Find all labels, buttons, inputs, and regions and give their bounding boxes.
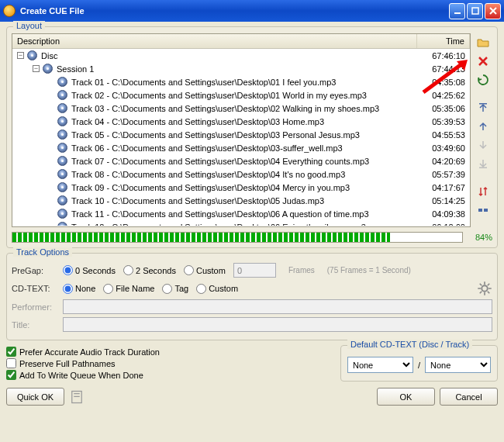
row-label: Track 07 - C:\Documents and Settings\use… xyxy=(71,157,422,166)
collapse-icon[interactable]: − xyxy=(33,65,40,72)
refresh-icon[interactable] xyxy=(475,72,491,88)
title-label: Title: xyxy=(12,320,58,330)
maximize-button[interactable] xyxy=(467,3,483,19)
tree-row[interactable]: Track 04 - C:\Documents and Settings\use… xyxy=(12,115,470,128)
split-icon[interactable] xyxy=(475,202,491,218)
default-disc-select[interactable]: None xyxy=(347,357,413,373)
svg-rect-9 xyxy=(74,395,80,396)
pregap-2[interactable]: 2 Seconds xyxy=(123,265,176,275)
pregap-0[interactable]: 0 Seconds xyxy=(63,265,116,275)
delete-icon[interactable] xyxy=(475,54,491,69)
svg-rect-5 xyxy=(484,209,488,212)
row-label: Track 06 - C:\Documents and Settings\use… xyxy=(71,143,422,153)
tree-row[interactable]: Track 05 - C:\Documents and Settings\use… xyxy=(12,128,470,141)
tree-row[interactable]: −Session 167:44:13 xyxy=(12,62,470,75)
opt-add-queue[interactable]: Add To Write Queue When Done xyxy=(6,370,333,380)
row-time: 03:49:60 xyxy=(422,143,470,153)
sort-icon[interactable] xyxy=(475,184,491,199)
close-button[interactable] xyxy=(485,3,501,19)
default-cdtext-group: Default CD-TEXT (Disc / Track) None / No… xyxy=(340,345,498,382)
row-time: 04:35:08 xyxy=(422,78,470,87)
tree-row[interactable]: Track 11 - C:\Documents and Settings\use… xyxy=(12,207,470,220)
row-label: Track 11 - C:\Documents and Settings\use… xyxy=(71,209,422,219)
row-time: 04:25:62 xyxy=(422,91,470,100)
tree-row[interactable]: Track 03 - C:\Documents and Settings\use… xyxy=(12,102,470,115)
row-time: 04:55:53 xyxy=(422,130,470,140)
tree-row[interactable]: −Disc67:46:10 xyxy=(12,49,470,62)
track-icon xyxy=(57,222,67,226)
row-label: Track 09 - C:\Documents and Settings\use… xyxy=(71,183,422,192)
performer-field[interactable] xyxy=(63,299,492,314)
row-time: 05:35:06 xyxy=(422,104,470,113)
quick-ok-config-icon[interactable] xyxy=(69,389,85,405)
tree-header: Description Time xyxy=(12,34,470,49)
tree-row[interactable]: Track 10 - C:\Documents and Settings\use… xyxy=(12,194,470,207)
row-time: 67:46:10 xyxy=(422,51,470,60)
title-bar[interactable]: Create CUE File xyxy=(0,0,504,22)
row-time: 06:12:60 xyxy=(422,223,470,226)
pregap-custom[interactable]: Custom xyxy=(184,265,226,275)
quick-ok-button[interactable]: Quick OK xyxy=(6,388,64,406)
tree-row[interactable]: Track 07 - C:\Documents and Settings\use… xyxy=(12,154,470,167)
default-track-select[interactable]: None xyxy=(425,357,491,373)
move-up-icon[interactable] xyxy=(475,119,491,134)
row-label: Track 02 - C:\Documents and Settings\use… xyxy=(71,91,422,100)
track-icon xyxy=(57,156,67,166)
capacity-percent: 84% xyxy=(468,233,492,242)
col-description[interactable]: Description xyxy=(12,34,417,48)
minimize-button[interactable] xyxy=(449,3,465,19)
opt-preserve-paths[interactable]: Preserve Full Pathnames xyxy=(6,358,333,368)
ok-button[interactable]: OK xyxy=(377,388,435,406)
tree-row[interactable]: Track 09 - C:\Documents and Settings\use… xyxy=(12,181,470,194)
tree-row[interactable]: Track 12 - C:\Documents and Settings\use… xyxy=(12,220,470,226)
tree-row[interactable]: Track 02 - C:\Documents and Settings\use… xyxy=(12,88,470,102)
cdtext-label: CD-TEXT: xyxy=(12,284,58,293)
default-cdtext-legend: Default CD-TEXT (Disc / Track) xyxy=(347,340,472,349)
app-icon xyxy=(3,5,16,17)
tool-column xyxy=(474,33,492,227)
title-field[interactable] xyxy=(63,317,492,332)
collapse-icon[interactable]: − xyxy=(17,52,24,59)
tree-row[interactable]: Track 08 - C:\Documents and Settings\use… xyxy=(12,167,470,181)
pregap-custom-value[interactable] xyxy=(233,263,276,278)
track-icon xyxy=(57,143,67,153)
layout-group: Layout Description Time −Disc67:46:10−Se… xyxy=(6,26,498,248)
open-folder-icon[interactable] xyxy=(475,35,491,50)
capacity-bar xyxy=(12,232,463,243)
cdtext-none[interactable]: None xyxy=(63,284,95,294)
track-tree[interactable]: Description Time −Disc67:46:10−Session 1… xyxy=(12,33,471,227)
opt-prefer-accurate[interactable]: Prefer Accurate Audio Track Duration xyxy=(6,347,333,357)
move-bottom-icon[interactable] xyxy=(475,156,491,171)
cdtext-settings-icon[interactable] xyxy=(477,281,492,296)
svg-rect-2 xyxy=(479,103,487,105)
track-icon xyxy=(57,90,67,100)
track-icon xyxy=(57,77,67,87)
row-time: 67:44:13 xyxy=(422,64,470,74)
cdtext-tag[interactable]: Tag xyxy=(162,284,188,294)
disc-icon xyxy=(43,64,53,74)
track-icon xyxy=(57,116,67,126)
tree-row[interactable]: Track 06 - C:\Documents and Settings\use… xyxy=(12,141,470,154)
cdtext-custom[interactable]: Custom xyxy=(196,284,238,294)
frames-label: Frames xyxy=(288,266,315,275)
track-icon xyxy=(57,209,67,219)
tree-row[interactable]: Track 01 - C:\Documents and Settings\use… xyxy=(12,75,470,88)
track-options-legend: Track Options xyxy=(13,247,72,257)
cdtext-filename[interactable]: File Name xyxy=(103,284,154,294)
move-top-icon[interactable] xyxy=(475,100,491,116)
pregap-label: PreGap: xyxy=(12,266,58,275)
track-icon xyxy=(57,103,67,113)
row-time: 05:57:39 xyxy=(422,170,470,179)
svg-point-6 xyxy=(482,285,488,292)
track-options-group: Track Options PreGap: 0 Seconds 2 Second… xyxy=(6,253,498,340)
row-time: 05:14:25 xyxy=(422,196,470,205)
svg-rect-4 xyxy=(478,209,482,212)
svg-rect-1 xyxy=(472,8,478,14)
col-time[interactable]: Time xyxy=(417,34,470,48)
move-down-icon[interactable] xyxy=(475,137,491,153)
track-icon xyxy=(57,182,67,192)
window-title: Create CUE File xyxy=(20,6,85,16)
track-icon xyxy=(57,169,67,179)
performer-label: Performer: xyxy=(12,302,58,312)
cancel-button[interactable]: Cancel xyxy=(440,388,498,406)
